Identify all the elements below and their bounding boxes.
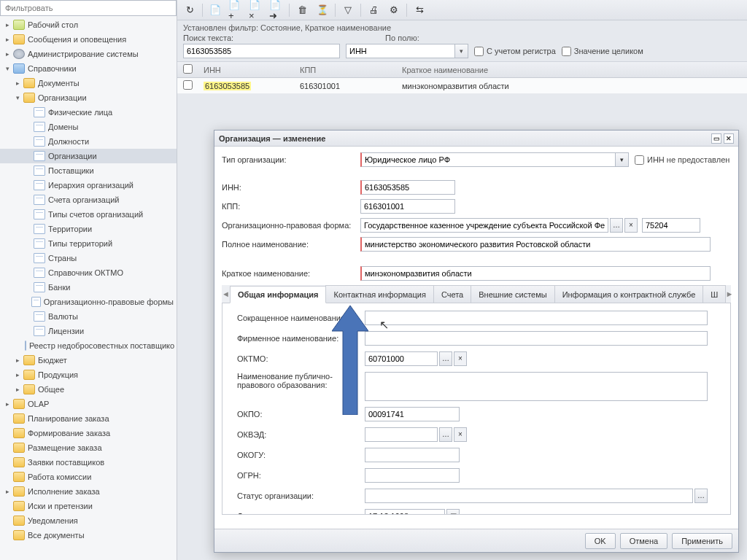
tab-contract-service[interactable]: Информация о контрактной службе: [554, 285, 704, 303]
search-input[interactable]: [183, 44, 340, 58]
tree-toggle-icon[interactable]: ▸: [3, 400, 12, 408]
toolbar-button[interactable]: 📄: [207, 2, 223, 18]
field-combo-input[interactable]: [346, 44, 455, 58]
sidebar-item[interactable]: Уведомления: [0, 513, 177, 528]
clear-icon[interactable]: ×: [624, 218, 638, 233]
tree-toggle-icon[interactable]: ▸: [13, 370, 22, 379]
sidebar-item[interactable]: Должности: [0, 134, 177, 149]
table-row[interactable]: 6163053585 616301001 минэкономразвития о…: [177, 78, 747, 94]
sidebar-item[interactable]: Заявки поставщиков: [0, 455, 177, 470]
sidebar-item[interactable]: Организации: [0, 149, 177, 163]
close-icon[interactable]: ✕: [724, 133, 734, 144]
sidebar-item[interactable]: Лицензии: [0, 324, 177, 338]
sidebar-item[interactable]: Валюты: [0, 309, 177, 324]
field-combo[interactable]: ▾: [346, 44, 468, 58]
ppo-input[interactable]: [365, 372, 708, 401]
firm-input[interactable]: [365, 331, 708, 346]
tree-toggle-icon[interactable]: [23, 225, 32, 233]
tree-toggle-icon[interactable]: [3, 443, 12, 452]
tree-toggle-icon[interactable]: [23, 312, 32, 321]
sidebar-item[interactable]: ▸Администрирование системы: [0, 47, 177, 61]
oktmo-input[interactable]: [365, 351, 438, 366]
tab-scroll-left[interactable]: ◄: [222, 285, 230, 303]
toolbar-button[interactable]: 📄➜: [268, 2, 285, 18]
col-inn[interactable]: ИНН: [198, 66, 300, 74]
type-combo[interactable]: ▾: [360, 152, 629, 167]
tree-toggle-icon[interactable]: [3, 531, 12, 540]
tab-scroll-right[interactable]: ►: [725, 285, 733, 303]
sidebar-item[interactable]: Страны: [0, 251, 177, 265]
tree-toggle-icon[interactable]: ▸: [3, 35, 12, 44]
tree-toggle-icon[interactable]: [23, 181, 32, 190]
sidebar-item[interactable]: Счета организаций: [0, 192, 177, 207]
tree-toggle-icon[interactable]: ▸: [3, 20, 12, 29]
chevron-down-icon[interactable]: ▾: [455, 44, 468, 58]
lookup-icon[interactable]: …: [694, 489, 708, 503]
tree-toggle-icon[interactable]: [3, 414, 12, 423]
sidebar-item[interactable]: Банки: [0, 280, 177, 295]
tree-toggle-icon[interactable]: [3, 516, 12, 525]
lookup-icon[interactable]: …: [439, 351, 452, 366]
okved-input[interactable]: [365, 427, 438, 442]
sidebar-item[interactable]: ▸OLAP: [0, 397, 177, 411]
sidebar-item[interactable]: Все документы: [0, 528, 177, 542]
sidebar-item[interactable]: ▸Продукция: [0, 368, 177, 382]
sidebar-item[interactable]: ▾Справочники: [0, 61, 177, 76]
select-all-checkbox[interactable]: [183, 64, 193, 74]
tree-toggle-icon[interactable]: ▸: [13, 79, 22, 88]
sidebar-filter-input[interactable]: [0, 0, 177, 16]
tree-toggle-icon[interactable]: ▸: [3, 487, 12, 496]
okogu-input[interactable]: [365, 448, 460, 462]
tab-more[interactable]: Ш: [703, 285, 726, 303]
fullname-input[interactable]: [360, 237, 711, 252]
collapse-icon[interactable]: ▭: [711, 133, 721, 144]
cancel-button[interactable]: Отмена: [620, 533, 667, 549]
tab-contact[interactable]: Контактная информация: [325, 285, 433, 303]
ogrn-input[interactable]: [365, 468, 460, 483]
sidebar-item[interactable]: Поставщики: [0, 163, 177, 178]
sidebar-item[interactable]: Домены: [0, 120, 177, 134]
tree-toggle-icon[interactable]: [23, 327, 32, 335]
sidebar-item[interactable]: ▸Исполнение заказа: [0, 484, 177, 499]
tree-toggle-icon[interactable]: [23, 152, 32, 160]
whole-checkbox[interactable]: Значение целиком: [562, 47, 643, 56]
sidebar-item[interactable]: Физические лица: [0, 105, 177, 120]
tree-toggle-icon[interactable]: ▸: [13, 385, 22, 394]
clear-icon[interactable]: ×: [454, 427, 467, 442]
sidebar-item[interactable]: ▾Организации: [0, 90, 177, 105]
tree-toggle-icon[interactable]: ▸: [3, 50, 12, 58]
opf-code-input[interactable]: [642, 218, 700, 233]
sidebar-item[interactable]: Работа комиссии: [0, 470, 177, 484]
tab-external[interactable]: Внешние системы: [471, 285, 554, 303]
tree-toggle-icon[interactable]: [23, 268, 32, 277]
sidebar-item[interactable]: Справочник ОКТМО: [0, 265, 177, 280]
inn-not-provided-checkbox[interactable]: ИНН не предоставлен: [635, 155, 729, 165]
toolbar-button[interactable]: ⇆: [411, 2, 427, 18]
tree-toggle-icon[interactable]: [23, 166, 32, 175]
sidebar-item[interactable]: ▸Документы: [0, 76, 177, 90]
lookup-icon[interactable]: …: [439, 427, 452, 442]
calendar-icon[interactable]: ▦: [446, 509, 460, 515]
sidebar-item[interactable]: Территории: [0, 222, 177, 236]
tree-toggle-icon[interactable]: [3, 472, 12, 481]
col-kpp[interactable]: КПП: [300, 66, 402, 74]
sidebar-item[interactable]: Типы счетов организаций: [0, 207, 177, 222]
toolbar-button[interactable]: ⚙: [386, 2, 402, 18]
tree-toggle-icon[interactable]: [23, 239, 32, 248]
type-input[interactable]: [360, 152, 616, 167]
col-name[interactable]: Краткое наименование: [402, 66, 747, 74]
toolbar-button[interactable]: 🗑: [294, 2, 310, 18]
status-input[interactable]: [365, 489, 693, 503]
tree-toggle-icon[interactable]: [23, 108, 32, 117]
tree-toggle-icon[interactable]: ▾: [13, 93, 22, 102]
shortname-input[interactable]: [360, 266, 711, 281]
clear-icon[interactable]: ×: [454, 351, 467, 366]
dialog-titlebar[interactable]: Организация — изменение ▭ ✕: [214, 131, 738, 147]
inn-input[interactable]: [360, 180, 455, 195]
tree-toggle-icon[interactable]: [3, 502, 12, 510]
toolbar-button[interactable]: ▽: [340, 2, 356, 18]
chevron-down-icon[interactable]: ▾: [616, 152, 629, 167]
sidebar-item[interactable]: ▸Общее: [0, 382, 177, 397]
sidebar-item[interactable]: Реестр недобросовестных поставщико: [0, 338, 177, 353]
tree-toggle-icon[interactable]: [3, 429, 12, 438]
